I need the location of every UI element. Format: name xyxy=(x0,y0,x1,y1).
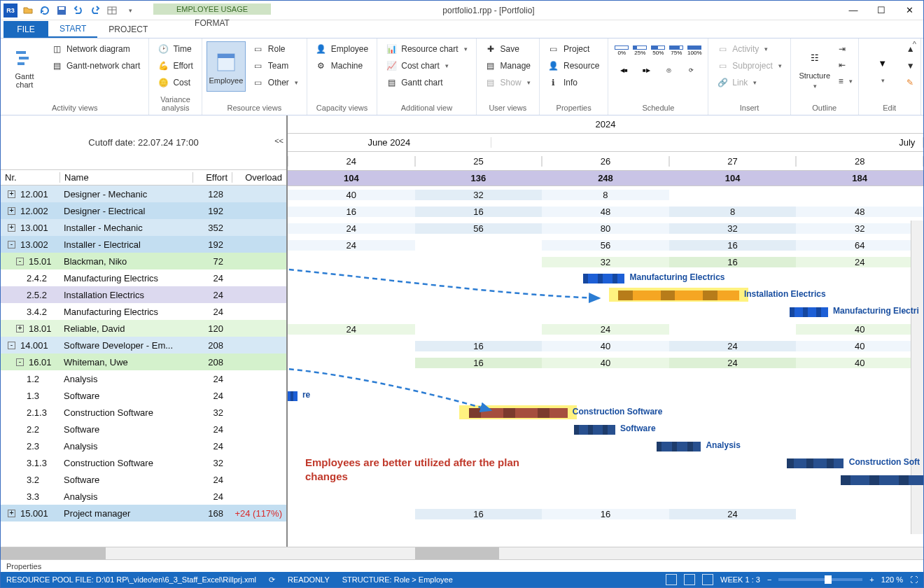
timeline-row[interactable]: 321624 xyxy=(288,253,923,270)
table-row[interactable]: 3.2Software24 xyxy=(1,471,286,488)
left-grid[interactable]: +12.001Designer - Mechanic128+12.002Desi… xyxy=(1,186,286,547)
tab-format[interactable]: FORMAT xyxy=(153,15,271,31)
timeline-row[interactable]: 242440 xyxy=(288,321,923,337)
team-view-button[interactable]: ▭Team xyxy=(248,58,302,74)
cost-variance-button[interactable]: 🪙Cost xyxy=(153,75,197,90)
zoom-in-button[interactable]: + xyxy=(869,575,874,584)
left-scrollbar[interactable] xyxy=(1,547,288,559)
gantt-bar[interactable] xyxy=(790,307,827,317)
additional-gantt-button[interactable]: ▤Gantt chart xyxy=(382,75,471,90)
timeline-row[interactable]: Software xyxy=(288,421,923,438)
collapse-icon[interactable]: - xyxy=(16,358,24,366)
role-view-button[interactable]: ▭Role xyxy=(248,41,302,57)
collapse-icon[interactable]: - xyxy=(8,241,15,248)
vertical-scrollbar[interactable] xyxy=(911,220,923,534)
pct-0-button[interactable]: 0% xyxy=(612,41,631,59)
indent-button[interactable]: ⇥ xyxy=(837,41,854,57)
table-row[interactable]: 3.4.2Manufacturing Electrics24 xyxy=(1,303,286,320)
schedule-fwd-button[interactable]: ■▶ xyxy=(635,61,657,79)
zoom-slider[interactable] xyxy=(778,578,862,581)
table-row[interactable]: -16.01Whiteman, Uwe208 xyxy=(1,354,286,370)
level-button[interactable]: ≡▾ xyxy=(837,74,854,89)
table-row[interactable]: +12.001Designer - Mechanic128 xyxy=(1,186,286,202)
collapse-left-button[interactable]: << xyxy=(274,136,284,145)
week-header[interactable]: 24 xyxy=(288,156,415,167)
expand-icon[interactable]: + xyxy=(8,207,15,215)
table-row[interactable]: +13.001Installer - Mechanic352 xyxy=(1,219,286,236)
show-view-button[interactable]: ▤Show▾ xyxy=(481,75,535,90)
project-props-button[interactable]: ▭Project xyxy=(544,41,603,57)
sb-view2-icon[interactable] xyxy=(684,574,695,585)
timeline-row[interactable]: Analysis xyxy=(288,438,923,455)
table-row[interactable]: 1.3Software24 xyxy=(1,387,286,404)
week-header[interactable]: 25 xyxy=(415,156,542,167)
cost-chart-button[interactable]: 📈Cost chart▾ xyxy=(382,58,471,74)
table-row[interactable]: 2.2Software24 xyxy=(1,421,286,438)
capacity-employee-button[interactable]: 👤Employee xyxy=(312,41,372,57)
table-row[interactable]: 3.3Analysis24 xyxy=(1,488,286,505)
right-grid[interactable]: Employees are better utilized after the … xyxy=(288,186,923,547)
resource-chart-button[interactable]: 📊Resource chart▾ xyxy=(382,41,471,57)
timeline-row[interactable]: 16402440 xyxy=(288,337,923,354)
minimize-button[interactable]: — xyxy=(839,1,867,20)
properties-panel-header[interactable]: Properties xyxy=(1,559,923,572)
table-row[interactable]: -13.002Installer - Electrical192 xyxy=(1,236,286,253)
expand-icon[interactable]: + xyxy=(16,325,24,332)
timeline-row[interactable]: Manufacturing Electri xyxy=(288,304,923,321)
table-row[interactable]: -15.01Blackman, Niko72 xyxy=(1,253,286,270)
col-header-effort[interactable]: Effort xyxy=(192,172,232,183)
gantt-bar[interactable] xyxy=(469,408,568,418)
gantt-network-button[interactable]: ▤Gantt-network chart xyxy=(47,58,144,74)
qa-save-icon[interactable] xyxy=(54,3,69,18)
table-row[interactable]: -14.001Software Developer - Em...208 xyxy=(1,337,286,354)
other-view-button[interactable]: ▭Other▾ xyxy=(248,75,302,90)
col-header-name[interactable]: Name xyxy=(59,172,192,183)
insert-activity-button[interactable]: ▭Activity▾ xyxy=(713,41,785,57)
timeline-row[interactable]: re xyxy=(288,388,923,405)
gantt-bar[interactable] xyxy=(618,290,739,300)
capacity-machine-button[interactable]: ⚙Machine xyxy=(312,58,372,74)
table-row[interactable]: 1.2Analysis24 xyxy=(1,370,286,387)
resource-props-button[interactable]: 👤Resource xyxy=(544,58,603,74)
week-header[interactable]: 27 xyxy=(669,156,797,167)
table-row[interactable]: +12.002Designer - Electrical192 xyxy=(1,202,286,219)
refresh-pool-icon[interactable]: ⟳ xyxy=(269,575,275,584)
table-row[interactable]: 2.3Analysis24 xyxy=(1,438,286,454)
manage-views-button[interactable]: ▤Manage xyxy=(481,58,535,74)
schedule-back-button[interactable]: ◀■ xyxy=(612,61,635,79)
pct-50-button[interactable]: 50% xyxy=(649,41,667,59)
time-variance-button[interactable]: 🕑Time xyxy=(153,41,197,57)
timeline-row[interactable]: 40328 xyxy=(288,186,923,203)
maximize-button[interactable]: ☐ xyxy=(867,1,895,20)
gantt-bar[interactable] xyxy=(787,458,844,468)
table-row[interactable]: +15.001Project manager168+24 (117%) xyxy=(1,505,286,522)
timeline-row[interactable]: Construction Software xyxy=(288,405,923,421)
outdent-button[interactable]: ⇤ xyxy=(837,57,854,73)
pct-75-button[interactable]: 75% xyxy=(667,41,685,59)
col-header-overload[interactable]: Overload xyxy=(232,172,286,183)
timeline-row[interactable]: Manufacturing Electrics xyxy=(288,270,923,287)
employee-view-button[interactable]: Employee xyxy=(206,41,246,92)
filter-button[interactable]: ▼▾ xyxy=(863,41,902,92)
timeline-row[interactable] xyxy=(288,371,923,388)
zoom-out-button[interactable]: − xyxy=(767,575,771,584)
timeline-row[interactable]: 16402440 xyxy=(288,354,923,371)
qa-undo-icon[interactable] xyxy=(71,3,86,18)
gantt-bar[interactable] xyxy=(841,475,923,485)
gantt-bar[interactable] xyxy=(288,391,298,401)
pct-25-button[interactable]: 25% xyxy=(631,41,649,59)
qa-table-icon[interactable] xyxy=(104,3,120,18)
collapse-icon[interactable]: - xyxy=(8,342,15,349)
insert-subproject-button[interactable]: ▭Subproject▾ xyxy=(713,58,785,74)
tab-file[interactable]: FILE xyxy=(4,21,48,38)
collapse-icon[interactable]: - xyxy=(16,258,24,265)
gantt-chart-button[interactable]: Gantt chart xyxy=(5,41,44,92)
expand-icon[interactable]: + xyxy=(8,224,15,232)
tab-project[interactable]: PROJECT xyxy=(97,21,159,38)
collapse-ribbon-icon[interactable]: ^ xyxy=(913,40,916,48)
table-row[interactable]: 2.1.3Construction Software32 xyxy=(1,404,286,421)
timeline-row[interactable]: 24561664 xyxy=(288,237,923,253)
expand-icon[interactable]: + xyxy=(8,190,15,198)
close-button[interactable]: ✕ xyxy=(895,1,923,20)
tab-start[interactable]: START xyxy=(48,21,97,38)
